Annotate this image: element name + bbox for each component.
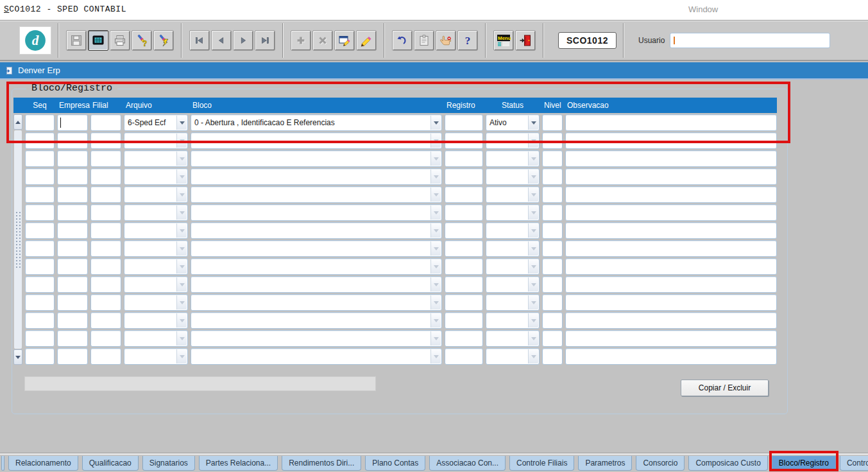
tab-plano-contas[interactable]: Plano Contas: [365, 456, 425, 471]
cell-status-combo[interactable]: [486, 150, 540, 167]
cell-filial[interactable]: [90, 312, 121, 329]
cell-nivel[interactable]: [542, 150, 563, 167]
cell-registro[interactable]: [445, 114, 483, 131]
dropdown-arrow-icon[interactable]: [430, 259, 441, 274]
dropdown-arrow-icon[interactable]: [528, 349, 538, 363]
dropdown-arrow-icon[interactable]: [528, 241, 538, 256]
cell-bloco-combo[interactable]: [191, 330, 442, 347]
cell-nivel[interactable]: [542, 222, 563, 239]
cell-registro[interactable]: [445, 348, 483, 365]
cell-status-combo[interactable]: [486, 330, 540, 347]
cell-seq[interactable]: [25, 132, 55, 149]
dropdown-arrow-icon[interactable]: [430, 134, 441, 148]
cell-filial[interactable]: [90, 150, 121, 167]
dropdown-arrow-icon[interactable]: [528, 188, 538, 202]
cell-arquivo-combo[interactable]: [124, 222, 188, 239]
dropdown-arrow-icon[interactable]: [430, 313, 441, 328]
usuario-input[interactable]: [670, 33, 830, 48]
cell-observacao[interactable]: [565, 168, 777, 185]
execute-button[interactable]: [153, 30, 174, 51]
delete-button[interactable]: [312, 30, 333, 51]
save-button[interactable]: [66, 30, 87, 51]
dropdown-arrow-icon[interactable]: [176, 313, 187, 328]
cell-registro[interactable]: [445, 132, 483, 149]
cell-nivel[interactable]: [542, 330, 563, 347]
cell-observacao[interactable]: [565, 312, 777, 329]
cell-arquivo-combo[interactable]: [124, 276, 188, 293]
tab-qualificacao[interactable]: Qualificacao: [82, 456, 139, 471]
cell-status-combo[interactable]: [486, 204, 540, 221]
cell-bloco-combo[interactable]: [191, 276, 442, 293]
cell-empresa[interactable]: [57, 312, 88, 329]
cell-registro[interactable]: [445, 222, 483, 239]
program-code-field[interactable]: SCO1012: [558, 32, 617, 49]
cell-bloco-combo[interactable]: [191, 348, 442, 365]
next-record-button[interactable]: [233, 30, 253, 51]
cell-registro[interactable]: [445, 186, 483, 203]
cell-nivel[interactable]: [542, 168, 563, 185]
scroll-down-button[interactable]: [13, 349, 22, 365]
clipboard-button[interactable]: [414, 30, 434, 51]
cell-filial[interactable]: [90, 348, 121, 365]
tab-rendimentos-diri[interactable]: Rendimentos Diri...: [282, 456, 361, 471]
cell-arquivo-combo[interactable]: 6-Sped Ecf: [124, 114, 188, 131]
dropdown-arrow-icon[interactable]: [528, 152, 538, 166]
dropdown-arrow-icon[interactable]: [176, 259, 187, 274]
cell-empresa[interactable]: [57, 330, 88, 347]
cell-empresa[interactable]: [57, 240, 88, 257]
query-button[interactable]: ?: [132, 30, 152, 51]
cell-empresa[interactable]: [57, 348, 88, 365]
cell-seq[interactable]: [25, 348, 55, 365]
dropdown-arrow-icon[interactable]: [176, 116, 187, 130]
cell-seq[interactable]: [25, 258, 55, 275]
cell-seq[interactable]: [25, 312, 55, 329]
cell-status-combo[interactable]: [486, 168, 540, 185]
cell-bloco-combo[interactable]: [191, 222, 442, 239]
cell-registro[interactable]: [445, 204, 483, 221]
cell-filial[interactable]: [90, 132, 121, 149]
dropdown-arrow-icon[interactable]: [430, 205, 441, 220]
tab-signatarios[interactable]: Signatarios: [142, 456, 195, 471]
dropdown-arrow-icon[interactable]: [430, 295, 441, 310]
cell-empresa[interactable]: [57, 258, 88, 275]
dropdown-arrow-icon[interactable]: [176, 349, 187, 363]
tab-composicao-custo[interactable]: Composicao Custo: [688, 456, 767, 471]
cell-empresa[interactable]: [57, 114, 88, 131]
cell-arquivo-combo[interactable]: [124, 204, 188, 221]
cell-observacao[interactable]: [565, 186, 777, 203]
cell-filial[interactable]: [90, 240, 121, 257]
cell-observacao[interactable]: [565, 150, 777, 167]
dropdown-arrow-icon[interactable]: [430, 188, 441, 202]
tab-parametros[interactable]: Parametros: [578, 456, 632, 471]
cell-nivel[interactable]: [542, 240, 563, 257]
cell-seq[interactable]: [25, 276, 55, 293]
cell-bloco-combo[interactable]: [191, 312, 442, 329]
cell-observacao[interactable]: [565, 258, 777, 275]
cell-filial[interactable]: [90, 294, 121, 311]
dropdown-arrow-icon[interactable]: [430, 170, 441, 184]
cell-status-combo[interactable]: [486, 222, 540, 239]
cell-registro[interactable]: [445, 258, 483, 275]
dropdown-arrow-icon[interactable]: [430, 349, 441, 363]
cell-nivel[interactable]: [542, 132, 563, 149]
cell-bloco-combo[interactable]: [191, 150, 442, 167]
browse-button[interactable]: [88, 30, 108, 51]
cell-observacao[interactable]: [565, 330, 777, 347]
dropdown-arrow-icon[interactable]: [176, 241, 187, 256]
cell-nivel[interactable]: [542, 186, 563, 203]
cell-empresa[interactable]: [57, 204, 88, 221]
tab-contro[interactable]: Contro: [840, 456, 868, 471]
cell-registro[interactable]: [445, 312, 483, 329]
dropdown-arrow-icon[interactable]: [176, 295, 187, 310]
cell-filial[interactable]: [90, 330, 121, 347]
tab-relacionamento[interactable]: Relacionamento: [8, 456, 78, 471]
cell-nivel[interactable]: [542, 312, 563, 329]
cell-arquivo-combo[interactable]: [124, 132, 188, 149]
dropdown-arrow-icon[interactable]: [528, 223, 538, 238]
scrollbar-track[interactable]: [14, 130, 22, 349]
undo-button[interactable]: [392, 30, 413, 51]
last-record-button[interactable]: [255, 30, 275, 51]
cell-empresa[interactable]: [57, 276, 88, 293]
dropdown-arrow-icon[interactable]: [528, 134, 538, 148]
cell-seq[interactable]: [25, 204, 55, 221]
